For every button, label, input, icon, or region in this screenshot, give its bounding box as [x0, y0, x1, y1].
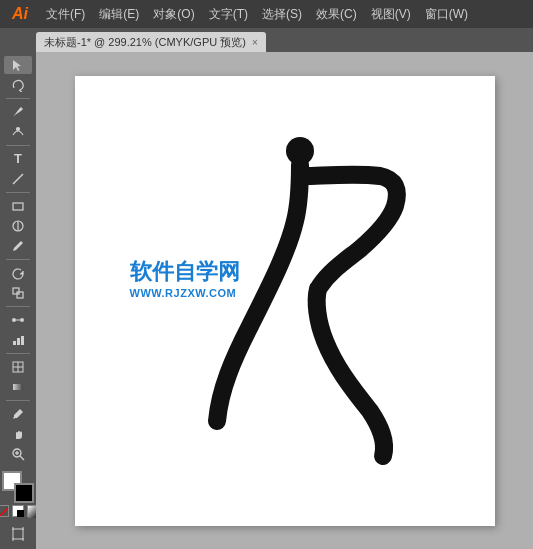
svg-line-1 [19, 90, 22, 92]
pencil-tool[interactable] [4, 237, 32, 255]
svg-line-23 [0, 507, 9, 517]
svg-point-9 [12, 318, 16, 322]
pen-tool[interactable] [4, 103, 32, 121]
svg-marker-0 [13, 60, 21, 71]
gradient-tool[interactable] [4, 378, 32, 396]
zoom-tool[interactable] [4, 445, 32, 463]
menu-item-f[interactable]: 文件(F) [40, 4, 91, 25]
svg-rect-12 [13, 341, 16, 345]
watermark-text: 软件自学网 [130, 257, 240, 287]
lasso-tool[interactable] [4, 76, 32, 94]
svg-rect-14 [21, 336, 24, 345]
watermark: 软件自学网 WWW.RJZXW.COM [130, 257, 240, 299]
hand-tool[interactable] [4, 425, 32, 443]
eyedropper-tool[interactable] [4, 405, 32, 423]
character-artwork [155, 121, 415, 481]
select-tool[interactable] [4, 56, 32, 74]
canvas-area: 软件自学网 WWW.RJZXW.COM [36, 52, 533, 549]
none-color-icon[interactable] [0, 505, 9, 517]
extra-tools [4, 523, 32, 545]
menu-item-t[interactable]: 文字(T) [203, 4, 254, 25]
paintbrush-tool[interactable] [4, 217, 32, 235]
menu-item-w[interactable]: 窗口(W) [419, 4, 474, 25]
curvature-tool[interactable] [4, 123, 32, 141]
type-icon: T [14, 151, 22, 166]
svg-point-2 [17, 128, 20, 131]
main-area: T [0, 52, 533, 549]
line-segment-tool[interactable] [4, 170, 32, 188]
stroke-swatch[interactable] [14, 483, 34, 503]
rotate-tool[interactable] [4, 264, 32, 282]
type-tool[interactable]: T [4, 150, 32, 168]
mesh-tool[interactable] [4, 358, 32, 376]
tool-separator-6 [6, 353, 30, 354]
svg-rect-13 [17, 338, 20, 345]
menu-item-v[interactable]: 视图(V) [365, 4, 417, 25]
tool-separator-4 [6, 259, 30, 260]
black-white-icon[interactable] [12, 505, 24, 517]
toolbar: T [0, 52, 36, 549]
swatch-stack [2, 471, 34, 503]
menu-item-s[interactable]: 选择(S) [256, 4, 308, 25]
tool-separator-2 [6, 145, 30, 146]
column-graph-tool[interactable] [4, 331, 32, 349]
tool-separator-5 [6, 306, 30, 307]
svg-rect-7 [13, 288, 19, 294]
svg-rect-8 [17, 292, 23, 298]
tab-bar: 未标题-1* @ 299.21% (CMYK/GPU 预览) × [0, 28, 533, 52]
color-options [0, 505, 39, 517]
tool-separator-1 [6, 98, 30, 99]
svg-rect-25 [13, 529, 23, 539]
menu-item-o[interactable]: 对象(O) [147, 4, 200, 25]
document-tab[interactable]: 未标题-1* @ 299.21% (CMYK/GPU 预览) × [36, 32, 266, 52]
scale-tool[interactable] [4, 284, 32, 302]
artboard-tool[interactable] [4, 523, 32, 545]
color-section [0, 471, 36, 517]
svg-point-10 [20, 318, 24, 322]
svg-rect-18 [13, 384, 23, 390]
blend-tool[interactable] [4, 311, 32, 329]
menu-item-e[interactable]: 编辑(E) [93, 4, 145, 25]
svg-rect-4 [13, 203, 23, 210]
tool-separator-3 [6, 192, 30, 193]
watermark-url: WWW.RJZXW.COM [130, 287, 237, 299]
tool-separator-7 [6, 400, 30, 401]
svg-line-3 [13, 174, 23, 184]
svg-line-20 [20, 456, 24, 460]
rectangle-tool[interactable] [4, 197, 32, 215]
tab-label: 未标题-1* @ 299.21% (CMYK/GPU 预览) [44, 35, 246, 50]
canvas-paper: 软件自学网 WWW.RJZXW.COM [75, 76, 495, 526]
title-bar: Ai 文件(F)编辑(E)对象(O)文字(T)选择(S)效果(C)视图(V)窗口… [0, 0, 533, 28]
menu-bar: 文件(F)编辑(E)对象(O)文字(T)选择(S)效果(C)视图(V)窗口(W) [40, 4, 527, 25]
app-logo: Ai [6, 0, 34, 28]
tab-close-button[interactable]: × [252, 37, 258, 48]
menu-item-c[interactable]: 效果(C) [310, 4, 363, 25]
